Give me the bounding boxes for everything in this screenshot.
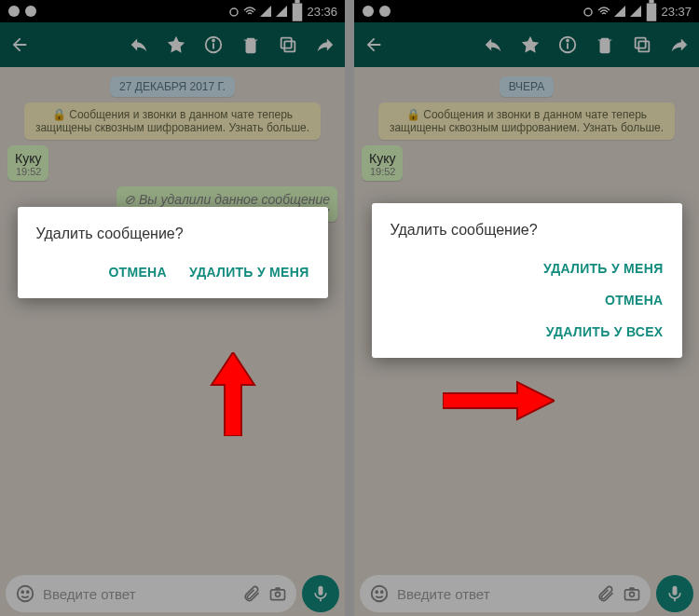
dialog-overlay: Удалить сообщение? УДАЛИТЬ У МЕНЯ ОТМЕНА… [354,0,699,616]
phone-right: 23:37 ВЧЕРА 🔒 Сообщения и звонки в данно… [354,0,699,616]
delete-dialog: Удалить сообщение? ОТМЕНА УДАЛИТЬ У МЕНЯ [18,207,328,298]
arrow-right-annotation [443,380,555,421]
dialog-overlay: Удалить сообщение? ОТМЕНА УДАЛИТЬ У МЕНЯ [0,0,345,616]
dialog-title: Удалить сообщение? [391,222,664,239]
delete-for-all-button[interactable]: УДАЛИТЬ У ВСЕХ [546,324,664,339]
cancel-button[interactable]: ОТМЕНА [605,293,663,308]
cancel-button[interactable]: ОТМЕНА [108,265,166,280]
delete-dialog: Удалить сообщение? УДАЛИТЬ У МЕНЯ ОТМЕНА… [372,203,682,358]
delete-for-me-button[interactable]: УДАЛИТЬ У МЕНЯ [189,265,309,280]
phone-left: 23:36 27 ДЕКАБРЯ 2017 Г. 🔒 Сообщения и з… [0,0,345,616]
delete-for-me-button[interactable]: УДАЛИТЬ У МЕНЯ [543,261,664,276]
dialog-title: Удалить сообщение? [36,226,309,242]
arrow-up-annotation [210,352,256,436]
